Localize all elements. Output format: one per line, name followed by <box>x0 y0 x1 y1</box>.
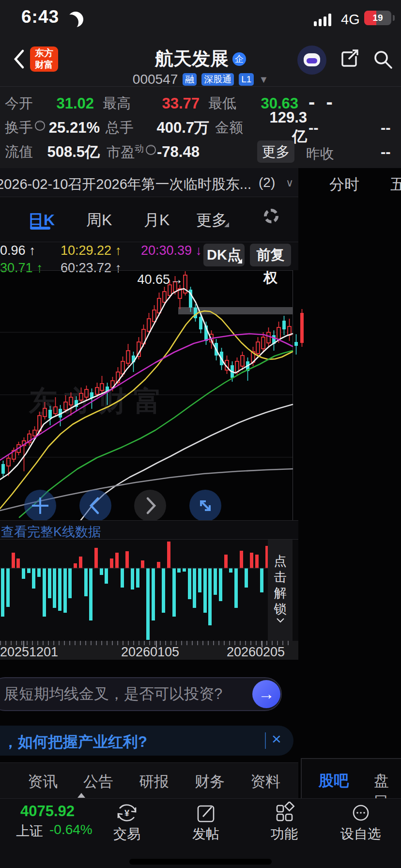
label-low: 最低 <box>208 94 250 113</box>
content-tab-bar: 资讯 公告 研报 财务 资料 <box>0 762 298 798</box>
price-placeholder: - - <box>308 91 336 113</box>
axis-major-tick <box>262 641 262 648</box>
tab-weekly-k[interactable]: 周K <box>86 210 112 231</box>
axis-label-3: 20260205 <box>227 645 285 660</box>
stock-code: 000547 <box>133 72 178 87</box>
index-value[interactable]: 4075.92 <box>20 803 75 820</box>
announcement-bar[interactable]: 2026-02-10召开2026年第一次临时股东... (2) ∨ <box>0 168 298 197</box>
tab-fiveday[interactable]: 五 <box>390 174 401 195</box>
quote-row-1: 今开 31.02 最高 33.77 最低 30.63 <box>5 95 298 112</box>
nav-trade[interactable]: ¥ 交易 <box>98 799 156 843</box>
label-open: 今开 <box>5 94 46 113</box>
label-pe: 市盈动 <box>107 142 156 162</box>
moon-icon <box>68 12 83 27</box>
label-amount: 金额 <box>215 118 257 138</box>
volume-chart[interactable]: 点击解锁 <box>0 539 298 641</box>
assistant-avatar[interactable] <box>297 46 326 75</box>
tab-monthly-k[interactable]: 月K <box>144 210 170 231</box>
x-axis: 20251201 20260105 20260205 <box>0 641 298 660</box>
nav-add-watchlist[interactable]: 设自选 <box>332 799 390 843</box>
ma5-value: 0.96 ↑ <box>0 243 36 258</box>
tab-guba[interactable]: 股吧 <box>319 771 349 791</box>
index-name: 上证 <box>16 822 43 840</box>
label-volume: 总手 <box>106 118 152 138</box>
tab-more-periods[interactable]: 更多 <box>196 210 227 231</box>
view-full-kline-link[interactable]: 查看完整K线数据 <box>1 523 101 541</box>
ma20-value: 20:30.39 ↓ <box>141 243 202 258</box>
tab-financials[interactable]: 财务 <box>195 772 225 792</box>
label-high: 最高 <box>103 94 149 113</box>
enterprise-badge[interactable]: 企 <box>232 52 246 66</box>
tab-announcements[interactable]: 公告 <box>83 772 113 792</box>
margin-badge: 融 <box>183 73 197 86</box>
tab-fenshi[interactable]: 分时 <box>329 174 359 195</box>
tab-profile[interactable]: 资料 <box>250 772 280 792</box>
label-turnover: 换手 <box>5 118 46 138</box>
gear-icon[interactable] <box>264 209 278 223</box>
battery-level: 19 <box>364 11 391 25</box>
label-float-cap: 流值 <box>5 142 46 162</box>
value-pe: -78.48 <box>157 143 203 161</box>
right-tab-bar: 股吧 盘口 <box>301 758 401 798</box>
ma10-value: 10:29.22 ↑ <box>61 243 122 258</box>
send-icon[interactable]: → <box>252 680 280 708</box>
chevron-down-icon: ∨ <box>286 177 293 189</box>
axis-major-tick <box>156 641 157 648</box>
index-expander-icon[interactable] <box>77 793 85 798</box>
connect-badge: 深股通 <box>201 73 234 86</box>
triangle-icon <box>224 222 229 227</box>
ask-placeholder: 展短期均线金叉，是否可以投资? <box>4 678 222 710</box>
info-icon[interactable] <box>35 121 45 131</box>
divider <box>265 732 266 749</box>
next-button[interactable] <box>134 490 166 522</box>
announcement-count: (2) <box>259 175 275 190</box>
features-icon <box>273 802 295 824</box>
trade-icon: ¥ <box>116 802 138 824</box>
dk-point-button[interactable]: DK点 <box>203 244 245 266</box>
svg-text:¥: ¥ <box>124 808 129 818</box>
triangle-icon <box>237 259 242 264</box>
code-row[interactable]: 000547融深股通L1▼ <box>0 72 401 87</box>
share-icon[interactable] <box>339 48 360 70</box>
unlock-strip[interactable]: 点击解锁 <box>268 540 293 641</box>
info-icon[interactable] <box>146 145 156 155</box>
home-indicator[interactable] <box>129 859 272 865</box>
active-tab-underline <box>30 227 50 230</box>
percent-placeholder: -- <box>381 119 391 137</box>
network-type: 4G <box>341 12 360 28</box>
change-placeholder: -- <box>308 119 319 137</box>
search-icon[interactable] <box>372 48 394 71</box>
close-icon[interactable]: × <box>272 729 281 748</box>
battery-icon: 19 <box>364 11 391 25</box>
forward-adjust-button[interactable]: 前复权 <box>250 244 291 266</box>
tab-research[interactable]: 研报 <box>139 772 169 792</box>
banner-text: ，如何把握产业红利? <box>3 732 147 752</box>
nav-features[interactable]: 功能 <box>255 799 313 843</box>
ma-legend: 0.96 ↑ 10:29.22 ↑ 20:30.39 ↓ 30.71 ↑ 60:… <box>0 242 298 270</box>
post-icon <box>195 802 217 824</box>
svg-text:40.65→: 40.65→ <box>137 272 183 287</box>
fullscreen-icon[interactable] <box>189 490 221 522</box>
ask-input[interactable]: 展短期均线金叉，是否可以投资? → <box>0 677 282 711</box>
axis-major-tick <box>23 641 24 648</box>
crosshair-button[interactable] <box>24 490 56 522</box>
chevron-down-icon <box>277 618 284 623</box>
top-block: 6:43 4G 19 东方 财富 航天发展企 000547融深股通L1▼ <box>0 0 401 168</box>
signal-icon <box>314 14 336 26</box>
chevron-down-icon: ▼ <box>259 74 268 85</box>
divider <box>0 86 401 87</box>
value-turnover: 25.21% <box>46 119 100 137</box>
index-change: -0.64% <box>49 822 93 837</box>
more-button[interactable]: 更多 <box>257 140 294 163</box>
status-time: 6:43 <box>21 7 59 27</box>
prev-button[interactable] <box>79 490 111 522</box>
kline-chart[interactable]: 东方财富40.65→ <box>0 270 306 521</box>
watchlist-icon <box>350 802 372 824</box>
promo-banner[interactable]: ，如何把握产业红利? × <box>0 726 293 756</box>
tab-news[interactable]: 资讯 <box>28 772 58 792</box>
value-float-cap: 508.5亿 <box>46 142 100 162</box>
nav-post[interactable]: 发帖 <box>177 799 235 843</box>
quote-row-3: 流值 508.5亿 市盈动 -78.48 更多 <box>5 143 203 161</box>
level-badge: L1 <box>239 73 254 86</box>
announcement-text: 2026-02-10召开2026年第一次临时股东... <box>0 175 253 194</box>
